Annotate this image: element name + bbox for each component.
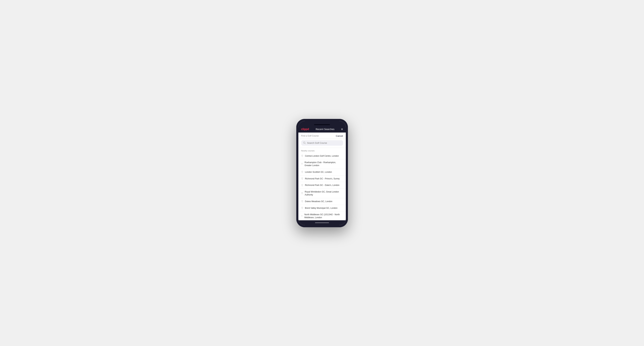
pin-icon [301, 192, 303, 194]
list-item[interactable]: Brent Valley Municipal GC, London [298, 205, 346, 211]
course-name: Roehampton Club - Roehampton, Greater Lo… [304, 161, 343, 167]
find-header: Find a Golf Course Cancel [298, 133, 346, 139]
list-item[interactable]: Royal Wimbledon GC, Great London Authori… [298, 189, 346, 198]
pin-icon [301, 163, 303, 165]
course-name: Richmond Park GC - Duke's, London [305, 184, 340, 187]
pin-icon [301, 215, 303, 217]
search-container [298, 139, 346, 148]
pin-icon [301, 155, 303, 157]
menu-icon[interactable]: ≡ [341, 128, 343, 131]
list-item[interactable]: North Middlesex GC (1011942 - North Midd… [298, 211, 346, 220]
svg-point-2 [302, 155, 302, 156]
phone-device: clippd Recent Searches ≡ Find a Golf Cou… [296, 119, 348, 227]
list-item[interactable]: Dukes Meadows GC, London [298, 198, 346, 205]
pin-icon [301, 177, 303, 180]
pin-icon [301, 184, 303, 186]
svg-point-9 [302, 207, 302, 208]
search-icon [303, 142, 306, 144]
course-name: Central London Golf Centre, London [305, 155, 339, 158]
course-name: Dukes Meadows GC, London [305, 200, 332, 203]
svg-point-6 [302, 184, 302, 185]
list-item[interactable]: Roehampton Club - Roehampton, Greater Lo… [298, 159, 346, 169]
nav-bar: clippd Recent Searches ≡ [298, 126, 346, 133]
pin-icon [301, 171, 303, 173]
course-name: Brent Valley Municipal GC, London [305, 207, 338, 210]
section-label: Nearby courses [298, 148, 346, 153]
list-item[interactable]: Richmond Park GC - Duke's, London [298, 182, 346, 189]
content-area: Find a Golf Course Cancel Nearby courses [298, 133, 346, 220]
search-input[interactable] [307, 142, 341, 144]
search-box [301, 140, 343, 146]
svg-point-5 [302, 178, 302, 178]
app-logo: clippd [301, 128, 309, 131]
phone-screen: clippd Recent Searches ≡ Find a Golf Cou… [298, 121, 346, 225]
courses-list: Central London Golf Centre, London Roeha… [298, 153, 346, 220]
home-indicator [298, 220, 346, 225]
svg-point-4 [302, 171, 302, 172]
course-name: North Middlesex GC (1011942 - North Midd… [304, 213, 343, 219]
svg-point-7 [302, 193, 302, 193]
course-name: London Scottish GC, London [305, 171, 332, 173]
list-item[interactable]: London Scottish GC, London [298, 169, 346, 175]
svg-line-1 [305, 143, 306, 144]
nav-title: Recent Searches [316, 128, 334, 131]
list-item[interactable]: Central London Golf Centre, London [298, 153, 346, 160]
course-name: Royal Wimbledon GC, Great London Authori… [305, 190, 343, 196]
cancel-button[interactable]: Cancel [336, 135, 343, 137]
pin-icon [301, 207, 303, 209]
svg-point-8 [302, 201, 302, 201]
courses-section: Nearby courses Central London Golf Centr… [298, 148, 346, 220]
find-label: Find a Golf Course [301, 135, 319, 137]
pin-icon [301, 200, 303, 203]
svg-point-10 [302, 216, 302, 216]
course-name: Richmond Park GC - Prince's, Surrey [305, 177, 340, 180]
svg-point-3 [302, 163, 302, 164]
phone-notch [298, 121, 346, 126]
list-item[interactable]: Richmond Park GC - Prince's, Surrey [298, 175, 346, 182]
